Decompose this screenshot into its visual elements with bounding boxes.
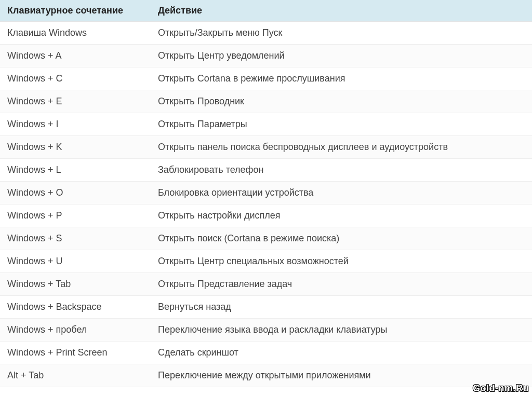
cell-shortcut: Windows + P: [0, 204, 151, 227]
cell-action: Блокировка ориентации устройства: [151, 182, 532, 204]
cell-action: Открыть/Закрыть меню Пуск: [151, 22, 532, 45]
cell-action: Открыть Центр уведомлений: [151, 45, 532, 67]
table-row: Windows + пробелПереключение языка ввода…: [0, 319, 532, 342]
cell-shortcut: Windows + C: [0, 67, 151, 90]
table-row: Клавиша WindowsОткрыть/Закрыть меню Пуск: [0, 22, 532, 45]
cell-action: Открыть панель поиска беспроводных диспл…: [151, 136, 532, 159]
table-row: Windows + AОткрыть Центр уведомлений: [0, 45, 532, 67]
cell-action: Открыть настройки дисплея: [151, 204, 532, 227]
cell-shortcut: Windows + S: [0, 227, 151, 250]
cell-action: Заблокировать телефон: [151, 159, 532, 182]
table-row: Windows + LЗаблокировать телефон: [0, 159, 532, 182]
cell-shortcut: Windows + L: [0, 159, 151, 182]
table-row: Windows + PОткрыть настройки дисплея: [0, 204, 532, 227]
cell-action: Открыть Проводник: [151, 90, 532, 113]
cell-shortcut: Windows + U: [0, 250, 151, 273]
header-shortcut: Клавиатурное сочетание: [0, 0, 151, 22]
cell-shortcut: Windows + E: [0, 90, 151, 113]
table-header-row: Клавиатурное сочетание Действие: [0, 0, 532, 22]
cell-action: Вернуться назад: [151, 296, 532, 319]
cell-action: Переключение языка ввода и раскладки кла…: [151, 319, 532, 342]
cell-action: Сделать скриншот: [151, 342, 532, 364]
cell-action: Открыть Центр специальных возможностей: [151, 250, 532, 273]
cell-shortcut: Windows + Backspace: [0, 296, 151, 319]
cell-action: Открыть Cortana в режиме прослушивания: [151, 67, 532, 90]
cell-action: Переключение между открытыми приложениям…: [151, 364, 532, 387]
table-row: Alt + TabПереключение между открытыми пр…: [0, 364, 532, 387]
table-row: Windows + BackspaceВернуться назад: [0, 296, 532, 319]
cell-shortcut: Windows + O: [0, 182, 151, 204]
cell-shortcut: Клавиша Windows: [0, 22, 151, 45]
table-row: Windows + CОткрыть Cortana в режиме прос…: [0, 67, 532, 90]
table-row: Windows + KОткрыть панель поиска беспров…: [0, 136, 532, 159]
cell-shortcut: Windows + I: [0, 113, 151, 136]
cell-shortcut: Windows + Print Screen: [0, 342, 151, 364]
table-row: Windows + TabОткрыть Представление задач: [0, 273, 532, 296]
header-action: Действие: [151, 0, 532, 22]
cell-action: Открыть поиск (Cortana в режиме поиска): [151, 227, 532, 250]
cell-action: Открыть Представление задач: [151, 273, 532, 296]
table-row: Windows + Print ScreenСделать скриншот: [0, 342, 532, 364]
cell-shortcut: Windows + пробел: [0, 319, 151, 342]
cell-shortcut: Windows + K: [0, 136, 151, 159]
table-row: Windows + UОткрыть Центр специальных воз…: [0, 250, 532, 273]
cell-action: Открыть Параметры: [151, 113, 532, 136]
cell-shortcut: Alt + Tab: [0, 364, 151, 387]
table-row: Windows + OБлокировка ориентации устройс…: [0, 182, 532, 204]
table-row: Windows + SОткрыть поиск (Cortana в режи…: [0, 227, 532, 250]
table-row: Windows + IОткрыть Параметры: [0, 113, 532, 136]
shortcuts-table: Клавиатурное сочетание Действие Клавиша …: [0, 0, 532, 387]
table-row: Windows + EОткрыть Проводник: [0, 90, 532, 113]
cell-shortcut: Windows + A: [0, 45, 151, 67]
cell-shortcut: Windows + Tab: [0, 273, 151, 296]
